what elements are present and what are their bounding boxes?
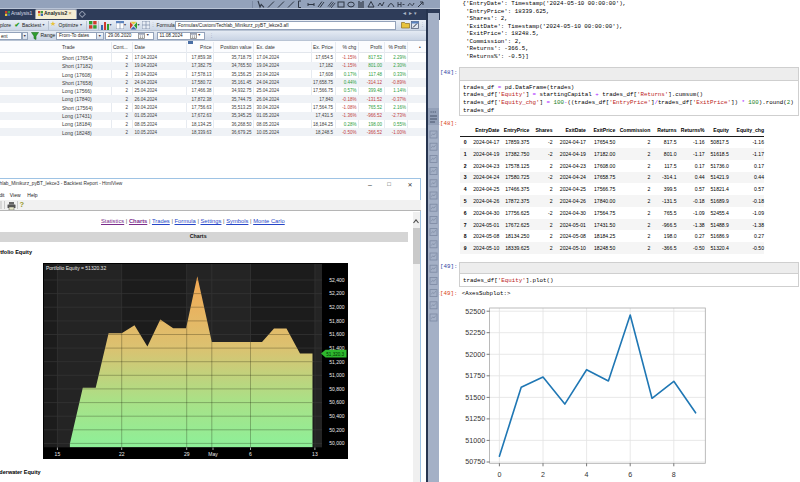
svg-text:51,800: 51,800 (329, 317, 345, 323)
svg-text:6: 6 (628, 471, 632, 479)
svg-text:2: 2 (541, 471, 545, 479)
svg-text:6: 6 (249, 450, 252, 456)
svg-text:51,600: 51,600 (329, 331, 345, 337)
svg-text:8: 8 (672, 471, 676, 479)
svg-text:52,200: 52,200 (329, 290, 345, 296)
svg-text:13: 13 (312, 450, 318, 456)
svg-text:50,000: 50,000 (329, 440, 345, 446)
svg-text:52500: 52500 (465, 308, 485, 316)
svg-text:29: 29 (183, 450, 189, 456)
svg-text:Portfolio Equity = 51320.32: Portfolio Equity = 51320.32 (46, 265, 106, 271)
svg-text:51,000: 51,000 (329, 372, 345, 378)
svg-text:50750: 50750 (465, 458, 485, 466)
svg-text:4: 4 (585, 471, 589, 479)
svg-text:0: 0 (497, 471, 501, 479)
svg-text:51,320.3: 51,320.3 (326, 351, 344, 356)
svg-text:50,800: 50,800 (329, 385, 345, 391)
svg-text:22: 22 (118, 450, 124, 456)
svg-text:52000: 52000 (465, 351, 485, 359)
svg-text:51,200: 51,200 (329, 358, 345, 364)
svg-text:52,400: 52,400 (329, 276, 345, 282)
svg-text:May: May (208, 450, 218, 456)
svg-text:51250: 51250 (465, 415, 485, 423)
svg-text:51750: 51750 (465, 372, 485, 380)
svg-text:52,000: 52,000 (329, 304, 345, 310)
svg-text:52250: 52250 (465, 329, 485, 337)
svg-text:50,600: 50,600 (329, 399, 345, 405)
svg-text:15: 15 (54, 450, 60, 456)
svg-text:51000: 51000 (465, 437, 485, 445)
svg-text:51500: 51500 (465, 394, 485, 402)
svg-text:50,200: 50,200 (329, 426, 345, 432)
svg-text:50,400: 50,400 (329, 413, 345, 419)
